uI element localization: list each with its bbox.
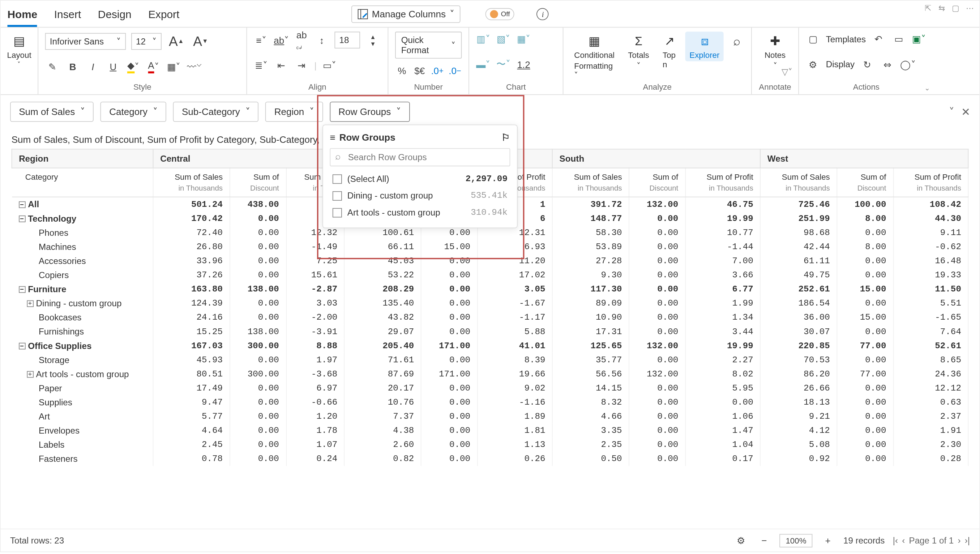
data-cell[interactable]: 0.00 bbox=[230, 409, 286, 423]
data-cell[interactable]: -3.91 bbox=[286, 325, 345, 339]
font-family-select[interactable]: Inforiver Sans˅ bbox=[45, 33, 126, 49]
bold-icon[interactable]: B bbox=[65, 59, 80, 74]
data-cell[interactable]: 0.00 bbox=[837, 226, 893, 240]
data-cell[interactable]: 0.00 bbox=[230, 395, 286, 409]
data-cell[interactable]: 7.25 bbox=[286, 254, 345, 268]
data-cell[interactable]: 4.38 bbox=[345, 423, 421, 438]
line-spacing-icon[interactable]: 1.2 bbox=[516, 57, 531, 72]
fit-icon[interactable]: ▭˅ bbox=[322, 58, 337, 73]
sync-icon[interactable]: ◯˅ bbox=[900, 57, 915, 72]
data-cell[interactable]: -1.65 bbox=[893, 310, 968, 325]
data-cell[interactable]: 6.93 bbox=[477, 240, 552, 254]
table-row[interactable]: Bookcases24.160.00-2.0043.820.00-1.1710.… bbox=[12, 310, 969, 325]
filter-rowgroups[interactable]: Row Groups˅ bbox=[330, 102, 410, 122]
data-cell[interactable]: 0.00 bbox=[837, 395, 893, 409]
stepper-icon[interactable]: ▲▼ bbox=[366, 33, 380, 48]
data-cell[interactable]: 0.28 bbox=[893, 452, 968, 466]
data-cell[interactable]: 30.07 bbox=[760, 325, 837, 339]
data-cell[interactable]: 186.54 bbox=[760, 296, 837, 310]
data-cell[interactable]: 725.46 bbox=[760, 197, 837, 211]
data-cell[interactable]: 9.21 bbox=[760, 409, 837, 423]
checkbox-icon[interactable] bbox=[332, 174, 342, 183]
data-cell[interactable]: 70.53 bbox=[760, 353, 837, 367]
data-cell[interactable]: 0.00 bbox=[837, 325, 893, 339]
data-cell[interactable]: 8.39 bbox=[477, 353, 552, 367]
border-icon[interactable]: ▦˅ bbox=[166, 59, 181, 74]
fill-color-icon[interactable]: ◆˅ bbox=[126, 59, 141, 74]
wrap-ab-icon[interactable]: ab˅ bbox=[274, 33, 289, 48]
format-painter-icon[interactable]: ✎ bbox=[45, 59, 60, 74]
data-cell[interactable]: 0.78 bbox=[153, 452, 230, 466]
data-cell[interactable]: 0.00 bbox=[230, 353, 286, 367]
data-cell[interactable]: 1.91 bbox=[893, 423, 968, 438]
data-cell[interactable]: 11.50 bbox=[893, 282, 968, 296]
toggle-switch[interactable]: Off bbox=[485, 8, 514, 20]
data-cell[interactable]: 19.66 bbox=[477, 367, 552, 381]
data-cell[interactable]: 171.00 bbox=[421, 339, 477, 353]
data-cell[interactable]: 135.40 bbox=[345, 296, 421, 310]
data-cell[interactable]: 300.00 bbox=[230, 339, 286, 353]
data-cell[interactable]: 58.30 bbox=[552, 226, 629, 240]
data-cell[interactable]: 108.42 bbox=[893, 197, 968, 211]
data-cell[interactable]: 0.00 bbox=[837, 268, 893, 282]
data-cell[interactable]: 53.22 bbox=[345, 268, 421, 282]
tab-design[interactable]: Design bbox=[98, 7, 132, 21]
data-cell[interactable]: 0.00 bbox=[230, 438, 286, 452]
data-cell[interactable]: 2.45 bbox=[153, 438, 230, 452]
data-cell[interactable]: 19.99 bbox=[686, 339, 760, 353]
data-cell[interactable]: 0.00 bbox=[629, 381, 686, 395]
data-cell[interactable]: 71.61 bbox=[345, 353, 421, 367]
data-cell[interactable]: 0.92 bbox=[760, 452, 837, 466]
data-cell[interactable]: 7.00 bbox=[686, 254, 760, 268]
data-cell[interactable]: 0.00 bbox=[230, 296, 286, 310]
first-page-icon[interactable]: |‹ bbox=[893, 535, 898, 545]
collapse-icon[interactable]: − bbox=[18, 202, 25, 209]
table-row[interactable]: +Dining - custom group124.390.003.03135.… bbox=[12, 296, 969, 310]
currency-icon[interactable]: $€ bbox=[413, 63, 426, 78]
data-cell[interactable]: 0.17 bbox=[686, 452, 760, 466]
data-cell[interactable]: 56.56 bbox=[552, 367, 629, 381]
column-chart-icon[interactable]: ▬˅ bbox=[476, 57, 490, 72]
data-cell[interactable]: 42.44 bbox=[760, 240, 837, 254]
data-cell[interactable]: 4.64 bbox=[153, 423, 230, 438]
data-cell[interactable]: 7.64 bbox=[893, 325, 968, 339]
data-cell[interactable]: 1.81 bbox=[477, 423, 552, 438]
info-icon[interactable]: i bbox=[537, 8, 549, 20]
data-cell[interactable]: 0.00 bbox=[629, 452, 686, 466]
data-cell[interactable]: 43.82 bbox=[345, 310, 421, 325]
data-cell[interactable]: 0.00 bbox=[629, 353, 686, 367]
data-cell[interactable]: 12.12 bbox=[893, 381, 968, 395]
data-cell[interactable]: 46.75 bbox=[686, 197, 760, 211]
data-cell[interactable]: 26.66 bbox=[760, 381, 837, 395]
data-cell[interactable]: 10.76 bbox=[345, 395, 421, 409]
data-cell[interactable]: 300.00 bbox=[230, 367, 286, 381]
data-cell[interactable]: 29.07 bbox=[345, 325, 421, 339]
collapse-icon[interactable]: − bbox=[18, 343, 25, 350]
rowgroup-option[interactable]: Art tools - custom group310.94k bbox=[330, 204, 510, 221]
data-cell[interactable]: 9.30 bbox=[552, 268, 629, 282]
rowgroups-search-input[interactable] bbox=[330, 148, 510, 166]
data-cell[interactable]: 2.35 bbox=[552, 438, 629, 452]
data-cell[interactable]: 252.61 bbox=[760, 282, 837, 296]
data-cell[interactable]: 80.51 bbox=[153, 367, 230, 381]
checkbox-icon[interactable] bbox=[332, 191, 342, 201]
data-cell[interactable]: 15.61 bbox=[286, 268, 345, 282]
data-cell[interactable]: 4.12 bbox=[760, 423, 837, 438]
data-cell[interactable]: 0.00 bbox=[421, 423, 477, 438]
data-cell[interactable]: 41.01 bbox=[477, 339, 552, 353]
data-cell[interactable]: 19.99 bbox=[686, 211, 760, 225]
data-cell[interactable]: 66.11 bbox=[345, 240, 421, 254]
data-cell[interactable]: 8.65 bbox=[893, 353, 968, 367]
data-cell[interactable]: 1.07 bbox=[286, 438, 345, 452]
data-cell[interactable]: 0.00 bbox=[629, 438, 686, 452]
data-cell[interactable]: 18.13 bbox=[760, 395, 837, 409]
data-cell[interactable]: 5.08 bbox=[760, 438, 837, 452]
data-cell[interactable]: 0.50 bbox=[552, 452, 629, 466]
data-cell[interactable]: 1.97 bbox=[286, 353, 345, 367]
prev-page-icon[interactable]: ‹ bbox=[902, 535, 905, 545]
data-cell[interactable]: -0.62 bbox=[893, 240, 968, 254]
data-cell[interactable]: 1.13 bbox=[477, 438, 552, 452]
data-cell[interactable]: 125.65 bbox=[552, 339, 629, 353]
last-page-icon[interactable]: ›| bbox=[965, 535, 970, 545]
data-cell[interactable]: 0.00 bbox=[421, 282, 477, 296]
